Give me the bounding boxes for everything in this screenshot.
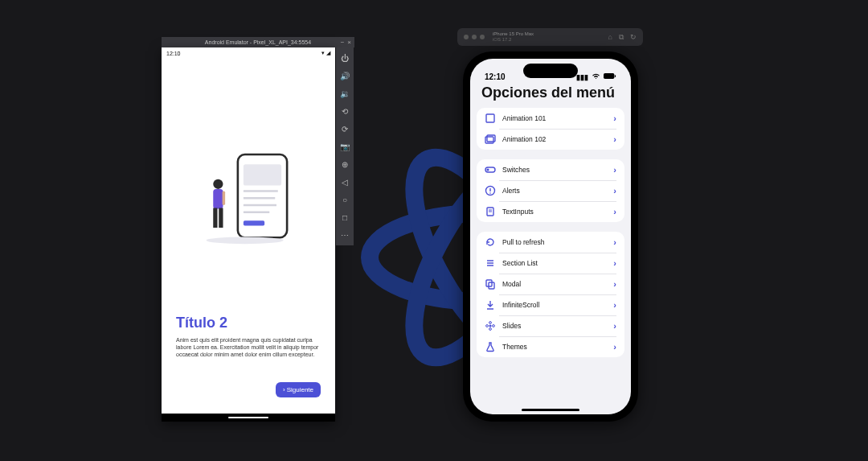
svg-rect-19 — [486, 114, 494, 122]
menu-item-infinitescroll[interactable]: InfiniteScroll› — [477, 294, 624, 315]
menu-item-animation-101[interactable]: Animation 101› — [477, 108, 624, 129]
svg-point-23 — [486, 168, 489, 171]
menu-item-themes[interactable]: Themes› — [477, 336, 624, 357]
menu-item-label: Modal — [502, 280, 613, 288]
wifi-icon — [592, 73, 600, 81]
albums-icon — [485, 134, 496, 145]
home-sim-icon[interactable]: ⌂ — [608, 33, 612, 42]
chevron-right-icon: › — [613, 321, 616, 331]
traffic-close-icon[interactable] — [464, 35, 469, 39]
slide-illustration — [176, 97, 321, 298]
chevron-right-icon: › — [613, 186, 616, 196]
battery-icon — [604, 73, 616, 81]
menu-item-label: Switches — [502, 166, 613, 174]
menu-item-label: Slides — [502, 322, 613, 330]
ios-home-indicator[interactable] — [522, 409, 579, 411]
svg-rect-14 — [213, 208, 217, 228]
android-status-bar: 12:10 ▾ ◢ — [162, 47, 335, 59]
dynamic-island — [523, 64, 578, 78]
svg-rect-16 — [223, 191, 226, 205]
android-emulator-titlebar[interactable]: Android Emulator - Pixel_XL_API_34:5554 … — [162, 37, 354, 47]
refresh-icon — [485, 237, 496, 248]
menu-item-textinputs[interactable]: TextInputs› — [477, 201, 624, 222]
ios-simulator-header[interactable]: iPhone 15 Pro Max iOS 17.2 ⌂ ⧉ ↻ — [457, 28, 643, 46]
close-icon[interactable]: × — [347, 39, 351, 46]
zoom-icon[interactable]: ⊕ — [339, 158, 350, 170]
menu-item-pull-to-refresh[interactable]: Pull to refresh› — [477, 232, 624, 253]
iphone-screen: 12:10 ▮▮▮ Opciones del menú Animation 10… — [470, 59, 631, 414]
flask-icon — [485, 341, 496, 352]
flower-icon — [485, 320, 496, 331]
menu-item-label: Alerts — [502, 187, 613, 195]
rotate-sim-icon[interactable]: ↻ — [630, 33, 637, 42]
svg-rect-5 — [244, 164, 281, 185]
android-status-time: 12:10 — [166, 51, 181, 56]
rotate-right-icon[interactable]: ⟳ — [339, 123, 350, 134]
page-title: Opciones del menú — [470, 83, 631, 108]
traffic-min-icon[interactable] — [472, 35, 477, 39]
android-emulator-title: Android Emulator - Pixel_XL_API_34:5554 — [205, 39, 311, 45]
camera-icon[interactable]: 📷 — [339, 141, 350, 152]
chevron-right-icon: › — [613, 300, 616, 310]
volume-down-icon[interactable]: 🔉 — [339, 88, 350, 99]
menu-item-section-list[interactable]: Section List› — [477, 253, 624, 274]
screenshot-sim-icon[interactable]: ⧉ — [619, 33, 624, 42]
menu-item-label: Animation 101 — [502, 114, 613, 122]
minimize-icon[interactable]: − — [341, 39, 345, 46]
chevron-right-icon: › — [613, 258, 616, 268]
chevron-right-icon: › — [613, 113, 616, 123]
menu-group: Switches›Alerts›TextInputs› — [477, 159, 624, 222]
menu-item-modal[interactable]: Modal› — [477, 274, 624, 294]
svg-point-12 — [213, 179, 223, 188]
menu-item-slides[interactable]: Slides› — [477, 315, 624, 336]
menu-item-label: Pull to refresh — [502, 238, 613, 246]
wifi-icon: ▾ — [321, 50, 325, 56]
slide-content: Título 2 Anim est quis elit proident mag… — [162, 59, 335, 373]
overview-icon[interactable]: □ — [339, 212, 350, 223]
volume-up-icon[interactable]: 🔊 — [339, 70, 350, 81]
alert-icon — [485, 185, 496, 196]
copy-icon — [485, 278, 496, 290]
chevron-right-icon: › — [283, 386, 285, 393]
android-phone-screen: 12:10 ▾ ◢ — [162, 47, 335, 422]
iphone-device-frame: 12:10 ▮▮▮ Opciones del menú Animation 10… — [463, 51, 638, 422]
slide-description: Anim est quis elit proident magna quis c… — [176, 336, 321, 358]
next-button-label: Siguiente — [287, 386, 313, 393]
svg-rect-13 — [213, 188, 223, 208]
chevron-right-icon: › — [613, 207, 616, 216]
chevron-right-icon: › — [613, 134, 616, 144]
emulator-tool-panel: ⏻ 🔊 🔉 ⟲ ⟳ 📷 ⊕ ◁ ○ □ ⋯ — [336, 47, 354, 245]
menu-group: Animation 101›Animation 102› — [477, 108, 624, 150]
rotate-left-icon[interactable]: ⟲ — [339, 105, 350, 117]
android-home-pill[interactable] — [228, 417, 268, 418]
list-icon — [485, 257, 496, 269]
svg-rect-10 — [244, 220, 264, 225]
home-icon[interactable]: ○ — [339, 194, 350, 205]
svg-point-26 — [489, 192, 491, 194]
power-icon[interactable]: ⏻ — [339, 52, 350, 64]
svg-point-11 — [207, 237, 284, 244]
menu-item-label: Animation 102 — [502, 135, 613, 143]
android-emulator-window: Android Emulator - Pixel_XL_API_34:5554 … — [162, 37, 354, 422]
slide-title: Título 2 — [176, 315, 321, 331]
svg-rect-15 — [219, 208, 223, 228]
menu-item-switches[interactable]: Switches› — [477, 159, 624, 180]
download-icon — [485, 299, 496, 311]
toggle-icon — [485, 164, 496, 175]
svg-rect-17 — [604, 73, 614, 79]
svg-point-36 — [489, 324, 491, 327]
menu-list[interactable]: Animation 101›Animation 102›Switches›Ale… — [470, 108, 631, 414]
menu-item-animation-102[interactable]: Animation 102› — [477, 129, 624, 150]
back-icon[interactable]: ◁ — [339, 176, 350, 187]
traffic-max-icon[interactable] — [480, 35, 485, 39]
svg-point-39 — [486, 325, 489, 327]
ios-status-time: 12:10 — [485, 72, 506, 81]
android-nav-bar — [162, 414, 335, 422]
sim-device-label: iPhone 15 Pro Max iOS 17.2 — [493, 31, 534, 42]
next-button[interactable]: › Siguiente — [276, 382, 321, 397]
more-icon[interactable]: ⋯ — [339, 229, 350, 241]
chevron-right-icon: › — [613, 279, 616, 289]
svg-rect-18 — [615, 75, 616, 77]
menu-item-alerts[interactable]: Alerts› — [477, 180, 624, 201]
menu-item-label: TextInputs — [502, 208, 613, 216]
